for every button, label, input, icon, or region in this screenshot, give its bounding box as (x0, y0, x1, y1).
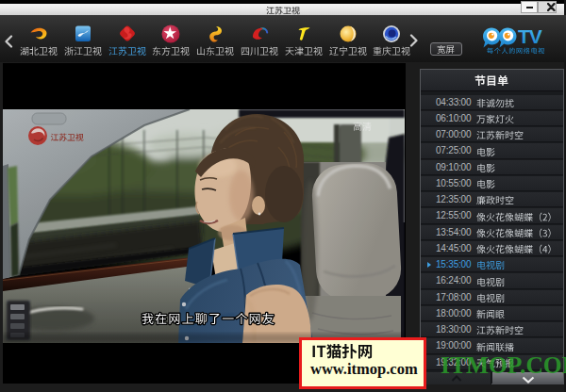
svg-text:TV: TV (518, 25, 542, 47)
